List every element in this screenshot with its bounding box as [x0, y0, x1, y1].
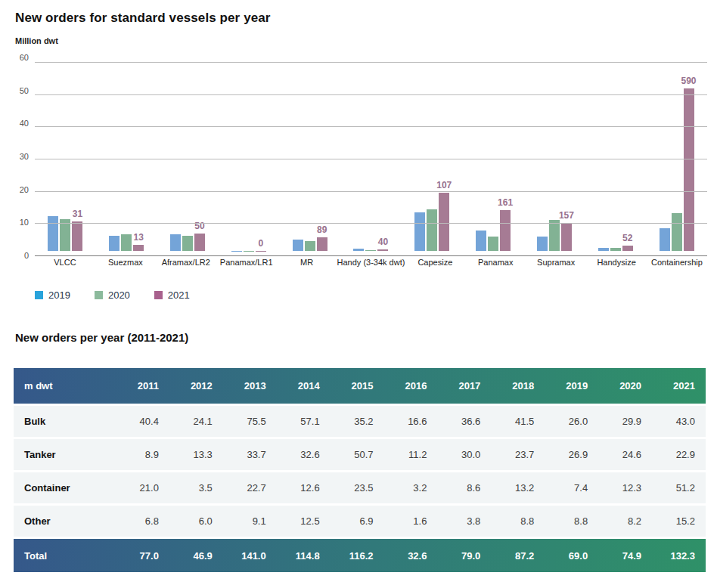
table-row-other-cell-2014: 12.5	[277, 515, 331, 527]
table-header-row-cell-2014: 2014	[277, 380, 331, 391]
bar-2019-panamax	[476, 231, 486, 251]
value-label-2021-panamax-lr1: 0	[259, 238, 264, 249]
table-total-row-cell-2015: 116.2	[331, 550, 384, 562]
bar-2020-suezmax	[121, 234, 132, 251]
bar-2021-mr	[317, 237, 327, 251]
bar-2019-handysize	[598, 248, 609, 251]
table-row-bulk-cell-2011: 40.4	[116, 416, 169, 427]
chart-legend: 201920202021	[35, 289, 707, 301]
table-total-row-cell-2020: 74.9	[598, 550, 652, 562]
x-label-panamax-lr1: Panamax/LR1	[216, 258, 277, 267]
bar-2020-panamax	[488, 237, 498, 251]
x-label-capesize: Capesize	[405, 258, 465, 267]
value-label-2021-aframax-lr2: 50	[194, 221, 204, 231]
table-row-container-cell-2011: 21.0	[116, 482, 169, 494]
table-header-row: m dwt20112012201320142015201620172018201…	[14, 368, 706, 404]
table-section: New orders per year (2011-2021) m dwt201…	[15, 331, 707, 572]
table-row-other: Other6.86.09.112.56.91.63.88.88.88.215.2	[14, 506, 706, 537]
x-label-mr: MR	[277, 258, 337, 267]
gridline-20	[35, 191, 707, 192]
table-total-row-cell-2018: 87.2	[491, 550, 545, 562]
orders-table: m dwt20112012201320142015201620172018201…	[14, 368, 706, 572]
y-tick-40: 40	[20, 119, 29, 128]
x-axis-labels: VLCCSuezmaxAframax/LR2Panamax/LR1MRHandy…	[35, 258, 707, 267]
value-label-2021-vlcc: 31	[73, 209, 82, 219]
bar-2020-capesize	[427, 209, 437, 251]
gridline-0	[35, 255, 707, 256]
table-row-container-cell-2020: 12.3	[598, 482, 652, 494]
table-row-container-cell-2019: 7.4	[545, 482, 598, 494]
x-label-handy-3-34k-dwt: Handy (3-34k dwt)	[337, 258, 405, 267]
gridline-10	[35, 223, 707, 224]
value-label-2021-handysize: 52	[622, 233, 632, 243]
bar-2020-supramax	[549, 220, 560, 251]
bar-2019-vlcc	[48, 216, 58, 251]
table-row-other-cell-2019: 8.8	[545, 515, 598, 527]
table-total-row-cell-2012: 46.9	[169, 550, 223, 562]
row-label-tanker: Tanker	[14, 449, 116, 460]
bar-2021-vlcc	[72, 221, 82, 251]
table-row-tanker-cell-2018: 23.7	[491, 449, 545, 460]
x-label-suezmax: Suezmax	[95, 258, 156, 267]
legend-swatch-icon-2019	[35, 291, 43, 299]
table-row-bulk-cell-2014: 57.1	[277, 416, 331, 427]
table-header-row-cell-2021: 2021	[652, 380, 706, 391]
bar-2019-capesize	[414, 212, 425, 251]
legend-item-2021: 2021	[154, 289, 190, 301]
bar-2021-containership	[684, 88, 694, 251]
legend-label-2021: 2021	[168, 289, 190, 301]
x-label-handysize: Handysize	[586, 258, 647, 267]
x-label-containership: Containership	[647, 258, 707, 267]
table-header-row-cell-2017: 2017	[437, 380, 491, 391]
table-row-other-cell-2011: 6.8	[116, 515, 169, 527]
bar-2021-capesize	[439, 193, 449, 251]
table-total-row-cell-2016: 32.6	[384, 550, 438, 562]
bar-chart: 0102030405060 3113500894010716115752590	[15, 53, 707, 251]
table-row-tanker-cell-2014: 32.6	[277, 449, 331, 460]
value-label-2021-panamax: 161	[498, 197, 513, 208]
legend-label-2019: 2019	[48, 289, 70, 301]
table-total-row-cell-2017: 79.0	[437, 550, 491, 562]
y-tick-10: 10	[20, 218, 29, 227]
table-row-bulk-cell-2012: 24.1	[169, 416, 223, 427]
bar-2019-supramax	[537, 237, 548, 251]
bar-2019-aframax-lr2	[170, 234, 181, 251]
table-row-other-cell-2013: 9.1	[223, 515, 277, 527]
row-label-total: Total	[14, 550, 116, 562]
y-tick-20: 20	[20, 185, 29, 194]
table-row-bulk-cell-2015: 35.2	[331, 416, 384, 427]
table-row-bulk-cell-2020: 29.9	[598, 416, 652, 427]
value-label-2021-suezmax: 13	[134, 232, 144, 243]
table-row-container-cell-2012: 3.5	[169, 482, 223, 494]
chart-section: New orders for standard vessels per year…	[15, 11, 707, 301]
table-row-container-cell-2015: 23.5	[331, 482, 384, 494]
x-label-panamax: Panamax	[465, 258, 526, 267]
report-page: New orders for standard vessels per year…	[0, 0, 717, 572]
table-header-row-cell-2019: 2019	[545, 380, 598, 391]
table-row-other-cell-2015: 6.9	[331, 515, 384, 527]
value-label-2021-supramax: 157	[559, 210, 574, 221]
table-row-tanker-cell-2012: 13.3	[169, 449, 223, 460]
table-header-row-cell-2015: 2015	[331, 380, 384, 391]
value-label-2021-handy-3-34k-dwt: 40	[378, 237, 388, 247]
bar-2020-containership	[672, 213, 682, 251]
table-row-container-cell-2013: 22.7	[223, 482, 277, 494]
table-row-other-cell-2012: 6.0	[169, 515, 223, 527]
unit-header-cell: m dwt	[14, 380, 116, 391]
table-total-row-cell-2013: 141.0	[223, 550, 277, 562]
table-header-row-cell-2011: 2011	[116, 380, 169, 391]
table-header-row-cell-2012: 2012	[169, 380, 223, 391]
y-tick-0: 0	[24, 251, 29, 260]
table-row-tanker-cell-2013: 33.7	[223, 449, 277, 460]
table-row-tanker-cell-2017: 30.0	[437, 449, 491, 460]
gridline-50	[35, 94, 707, 95]
table-row-bulk-cell-2016: 16.6	[384, 416, 438, 427]
table-total-row-cell-2014: 114.8	[277, 550, 331, 562]
table-row-other-cell-2017: 3.8	[437, 515, 491, 527]
table-header-row-cell-2016: 2016	[384, 380, 438, 391]
table-row-bulk-cell-2021: 43.0	[652, 416, 706, 427]
table-row-other-cell-2021: 15.2	[652, 515, 706, 527]
bar-2020-handy-3-34k-dwt	[365, 250, 376, 251]
table-row-tanker-cell-2011: 8.9	[116, 449, 169, 460]
table-row-bulk-cell-2018: 41.5	[491, 416, 545, 427]
